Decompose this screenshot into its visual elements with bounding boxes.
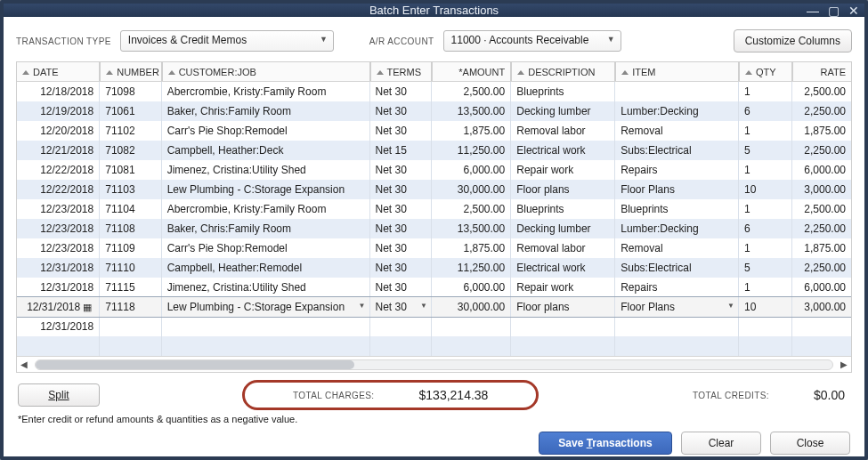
col-date[interactable]: DATE — [17, 62, 99, 81]
scroll-left-icon[interactable]: ◀ — [17, 359, 31, 369]
cell-qty[interactable]: 5 — [738, 141, 791, 160]
cell-number[interactable]: 71103 — [99, 180, 160, 199]
cell-rate[interactable]: 2,250.00 — [791, 219, 851, 238]
col-rate[interactable]: RATE — [791, 62, 851, 81]
cell-item[interactable]: Subs:Electrical — [614, 258, 738, 278]
cell-number[interactable]: 71108 — [99, 219, 160, 238]
col-item[interactable]: ITEM — [614, 62, 738, 81]
col-description[interactable]: DESCRIPTION — [510, 62, 614, 81]
close-icon[interactable]: ✕ — [848, 4, 859, 18]
cell-rate[interactable] — [791, 317, 851, 336]
cell-qty[interactable]: 1 — [738, 278, 791, 297]
cell-qty[interactable]: 10 — [738, 180, 791, 199]
table-row[interactable]: 12/23/201871104Abercrombie, Kristy:Famil… — [17, 199, 851, 219]
cell-date[interactable]: 12/19/2018 — [17, 101, 99, 121]
cell-rate[interactable] — [791, 336, 851, 356]
cell-terms[interactable]: Net 30 — [369, 219, 431, 238]
cell-date[interactable]: 12/23/2018 — [17, 199, 99, 219]
cell-terms[interactable]: Net 30 — [369, 180, 431, 199]
col-customer[interactable]: CUSTOMER:JOB — [161, 62, 369, 81]
cell-number[interactable]: 71110 — [99, 258, 160, 278]
cell-rate[interactable]: 3,000.00 — [791, 297, 851, 317]
cell-description[interactable]: Removal labor — [510, 238, 614, 258]
cell-customer[interactable]: Jimenez, Cristina:Utility Shed — [161, 278, 369, 297]
cell-item[interactable]: Lumber:Decking — [614, 101, 738, 121]
cell-description[interactable]: Repair work — [510, 278, 614, 297]
cell-qty[interactable]: 1 — [738, 160, 791, 180]
cell-terms[interactable]: Net 15 — [369, 141, 431, 160]
cell-customer[interactable]: Campbell, Heather:Deck — [161, 141, 369, 160]
cell-item[interactable]: Repairs — [614, 278, 738, 297]
cell-customer[interactable]: Carr's Pie Shop:Remodel — [161, 238, 369, 258]
table-row[interactable]: 12/31/201871110Campbell, Heather:Remodel… — [17, 258, 851, 278]
col-amount[interactable]: *AMOUNT — [431, 62, 510, 81]
cell-customer[interactable]: Carr's Pie Shop:Remodel — [161, 121, 369, 141]
cell-description[interactable]: Floor plans — [510, 297, 614, 317]
cell-description[interactable]: Removal labor — [510, 121, 614, 141]
cell-customer[interactable]: Campbell, Heather:Remodel — [161, 258, 369, 278]
save-transactions-button[interactable]: Save Transactions — [539, 432, 672, 455]
cell-rate[interactable]: 1,875.00 — [791, 121, 851, 141]
cell-rate[interactable]: 3,000.00 — [791, 180, 851, 199]
table-row[interactable] — [17, 336, 851, 356]
cell-date[interactable]: 12/31/2018▦ — [17, 297, 99, 317]
cell-description[interactable]: Decking lumber — [510, 219, 614, 238]
cell-qty[interactable]: 1 — [738, 121, 791, 141]
table-row[interactable]: 12/20/201871102Carr's Pie Shop:RemodelNe… — [17, 121, 851, 141]
cell-terms[interactable]: Net 30 — [369, 199, 431, 219]
ar-account-combo[interactable]: 11000 · Accounts Receivable — [443, 30, 621, 52]
cell-terms[interactable]: Net 30 — [369, 258, 431, 278]
cell-description[interactable] — [510, 336, 614, 356]
cell-date[interactable] — [17, 336, 99, 356]
table-row[interactable]: 12/31/2018▦71118Lew Plumbing - C:Storage… — [17, 297, 851, 317]
cell-description[interactable]: Blueprints — [510, 199, 614, 219]
cell-customer[interactable]: Baker, Chris:Family Room — [161, 101, 369, 121]
table-row[interactable]: 12/21/201871082Campbell, Heather:DeckNet… — [17, 141, 851, 160]
cell-rate[interactable]: 1,875.00 — [791, 238, 851, 258]
cell-amount[interactable]: 11,250.00 — [431, 141, 510, 160]
cell-item[interactable] — [614, 317, 738, 336]
cell-rate[interactable]: 2,500.00 — [791, 82, 851, 101]
cell-customer[interactable]: Lew Plumbing - C:Storage Expansion — [161, 297, 369, 317]
cell-number[interactable]: 71102 — [99, 121, 160, 141]
cell-date[interactable]: 12/23/2018 — [17, 238, 99, 258]
cell-number[interactable]: 71098 — [99, 82, 160, 101]
cell-terms[interactable]: Net 30 — [369, 238, 431, 258]
maximize-icon[interactable]: ▢ — [828, 4, 840, 18]
col-number[interactable]: NUMBER — [99, 62, 160, 81]
cell-item[interactable]: Floor Plans — [614, 180, 738, 199]
cell-amount[interactable]: 6,000.00 — [431, 278, 510, 297]
cell-qty[interactable]: 6 — [738, 219, 791, 238]
table-row[interactable]: 12/18/201871098Abercrombie, Kristy:Famil… — [17, 82, 851, 101]
cell-amount[interactable]: 13,500.00 — [431, 101, 510, 121]
calendar-icon[interactable]: ▦ — [83, 302, 93, 312]
cell-amount[interactable]: 1,875.00 — [431, 121, 510, 141]
scroll-track[interactable] — [35, 359, 833, 370]
cell-terms[interactable]: Net 30 — [369, 160, 431, 180]
cell-item[interactable] — [614, 82, 738, 101]
customize-columns-button[interactable]: Customize Columns — [734, 29, 852, 52]
cell-rate[interactable]: 2,500.00 — [791, 199, 851, 219]
cell-terms[interactable]: Net 30 — [369, 297, 431, 317]
cell-date[interactable]: 12/20/2018 — [17, 121, 99, 141]
cell-customer[interactable]: Abercrombie, Kristy:Family Room — [161, 199, 369, 219]
cell-description[interactable]: Floor plans — [510, 180, 614, 199]
cell-amount[interactable]: 13,500.00 — [431, 219, 510, 238]
cell-date[interactable]: 12/21/2018 — [17, 141, 99, 160]
cell-terms[interactable] — [369, 317, 431, 336]
table-row[interactable]: 12/23/201871108Baker, Chris:Family RoomN… — [17, 219, 851, 238]
cell-number[interactable]: 71118 — [99, 297, 160, 317]
cell-customer[interactable]: Jimenez, Cristina:Utility Shed — [161, 160, 369, 180]
cell-amount[interactable]: 11,250.00 — [431, 258, 510, 278]
cell-description[interactable] — [510, 317, 614, 336]
cell-qty[interactable]: 6 — [738, 101, 791, 121]
cell-description[interactable]: Blueprints — [510, 82, 614, 101]
cell-date[interactable]: 12/18/2018 — [17, 82, 99, 101]
cell-customer[interactable]: Abercrombie, Kristy:Family Room — [161, 82, 369, 101]
cell-rate[interactable]: 2,250.00 — [791, 141, 851, 160]
col-qty[interactable]: QTY — [738, 62, 791, 81]
cell-amount[interactable] — [431, 336, 510, 356]
cell-amount[interactable]: 1,875.00 — [431, 238, 510, 258]
table-row[interactable]: 12/31/2018 — [17, 317, 851, 336]
cell-amount[interactable]: 6,000.00 — [431, 160, 510, 180]
